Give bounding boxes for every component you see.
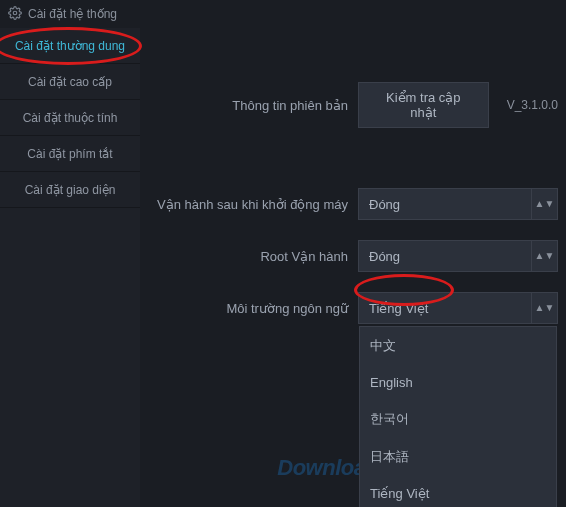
sidebar-item-label: Cài đặt thường dung	[15, 39, 125, 53]
sidebar-item-label: Cài đặt thuộc tính	[23, 111, 118, 125]
sidebar-item-hotkey[interactable]: Cài đặt phím tắt	[0, 136, 140, 172]
sidebar-item-label: Cài đặt phím tắt	[27, 147, 112, 161]
svg-point-0	[13, 11, 17, 15]
root-select[interactable]: Đóng ▲▼	[358, 240, 558, 272]
sidebar-item-label: Cài đặt giao diện	[25, 183, 116, 197]
sidebar-item-interface[interactable]: Cài đặt giao diện	[0, 172, 140, 208]
language-option[interactable]: 中文	[360, 327, 556, 365]
language-select[interactable]: Tiếng Việt ▲▼ 中文 English 한국어 日本語 Tiếng V…	[358, 292, 558, 324]
gear-icon	[8, 6, 22, 23]
autorun-select[interactable]: Đóng ▲▼	[358, 188, 558, 220]
sidebar-item-common[interactable]: Cài đặt thường dung	[0, 28, 140, 64]
content: Thông tin phiên bản Kiểm tra cập nhật V_…	[140, 28, 566, 507]
version-info-label: Thông tin phiên bản	[148, 98, 348, 113]
sidebar-item-property[interactable]: Cài đặt thuộc tính	[0, 100, 140, 136]
sidebar-item-label: Cài đặt cao cấp	[28, 75, 112, 89]
check-update-button[interactable]: Kiểm tra cập nhật	[358, 82, 489, 128]
autorun-value: Đóng	[359, 197, 531, 212]
language-value: Tiếng Việt	[359, 301, 531, 316]
window-title: Cài đặt hệ thống	[28, 7, 117, 21]
titlebar: Cài đặt hệ thống	[0, 0, 566, 28]
language-option[interactable]: 日本語	[360, 438, 556, 476]
language-option[interactable]: 한국어	[360, 400, 556, 438]
root-label: Root Vận hành	[148, 249, 348, 264]
updown-icon[interactable]: ▲▼	[531, 241, 557, 271]
language-dropdown: 中文 English 한국어 日本語 Tiếng Việt	[359, 326, 557, 507]
sidebar-item-advanced[interactable]: Cài đặt cao cấp	[0, 64, 140, 100]
language-label: Môi trường ngôn ngữ	[148, 301, 348, 316]
autorun-label: Vận hành sau khi khởi động máy	[148, 197, 348, 212]
updown-icon[interactable]: ▲▼	[531, 293, 557, 323]
language-option[interactable]: Tiếng Việt	[360, 476, 556, 507]
updown-icon[interactable]: ▲▼	[531, 189, 557, 219]
sidebar: Cài đặt thường dung Cài đặt cao cấp Cài …	[0, 28, 140, 507]
version-text: V_3.1.0.0	[507, 98, 558, 112]
root-value: Đóng	[359, 249, 531, 264]
language-option[interactable]: English	[360, 365, 556, 400]
